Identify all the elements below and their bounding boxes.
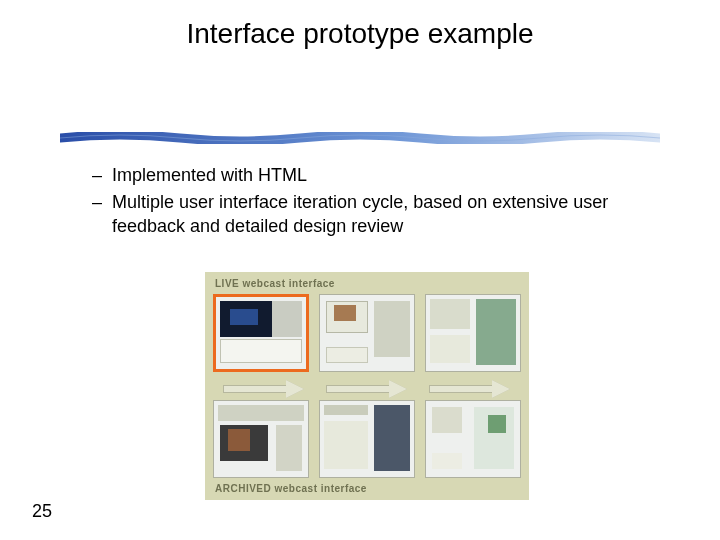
bullet-item: – Multiple user interface iteration cycl… [92, 191, 660, 238]
thumb-row-archived [213, 400, 521, 478]
thumb-live-proposed [425, 294, 521, 372]
thumb-row-live [213, 294, 521, 372]
thumb-live-current [319, 294, 415, 372]
bullet-list: – Implemented with HTML – Multiple user … [92, 164, 660, 242]
thumb-archived-current [319, 400, 415, 478]
divider-graphic [60, 132, 660, 144]
arrow-icon [429, 382, 511, 396]
bullet-text: Multiple user interface iteration cycle,… [112, 191, 660, 238]
page-number: 25 [32, 501, 52, 522]
bullet-dash: – [92, 191, 112, 238]
bullet-text: Implemented with HTML [112, 164, 660, 187]
bullet-item: – Implemented with HTML [92, 164, 660, 187]
arrow-icon [223, 382, 305, 396]
slide: Interface prototype example – Implemente… [0, 0, 720, 540]
slide-title: Interface prototype example [0, 18, 720, 50]
arrow-icon [326, 382, 408, 396]
prototype-figure: LIVE webcast interface original [205, 272, 529, 500]
bullet-dash: – [92, 164, 112, 187]
thumb-live-original [213, 294, 309, 372]
thumb-archived-original [213, 400, 309, 478]
thumb-archived-proposed [425, 400, 521, 478]
figure-label-top: LIVE webcast interface [215, 278, 335, 289]
figure-label-bottom: ARCHIVED webcast interface [215, 483, 367, 494]
